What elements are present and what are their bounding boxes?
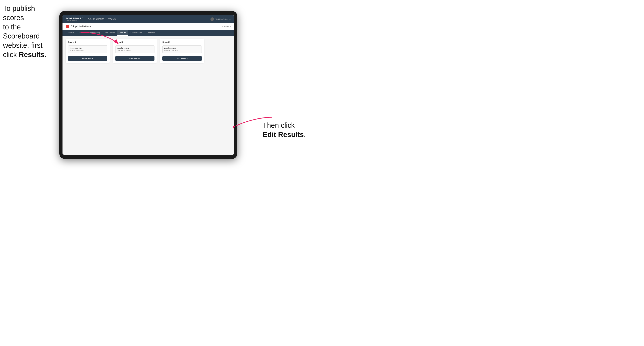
user-avatar	[210, 17, 214, 21]
tab-course-setup[interactable]: Course Setup	[86, 30, 103, 36]
round-2-card: Round 2 Peachtree GC Gold (M) (7010 yds)…	[113, 39, 157, 63]
round-3-title: Round 3	[162, 41, 202, 43]
tab-navigation: Details Teams Course Setup Tee Groups Re…	[62, 30, 234, 36]
round-1-card: Round 1 Peachtree GC Gold (M) (7010 yds)…	[66, 39, 110, 63]
round-2-course-name: Peachtree GC	[117, 47, 153, 49]
tab-printables[interactable]: Printables	[144, 30, 158, 36]
tournament-title-row: C Clippd Invitational	[66, 25, 92, 28]
logo-area: SCOREBOARD Powered by clippd	[66, 17, 83, 21]
round-3-course-name: Peachtree GC	[164, 47, 200, 49]
nav-teams[interactable]: TEAMS	[108, 17, 116, 21]
tournament-header: C Clippd Invitational Cancel ✕	[62, 23, 234, 30]
nav-tournaments[interactable]: TOURNAMENTS	[88, 17, 104, 21]
round-1-course-name: Peachtree GC	[70, 47, 106, 49]
tab-tee-groups[interactable]: Tee Groups	[103, 30, 117, 36]
tab-details[interactable]: Details	[66, 30, 76, 36]
round-2-title: Round 2	[115, 41, 155, 43]
rounds-grid: Round 1 Peachtree GC Gold (M) (7010 yds)…	[66, 39, 204, 63]
tablet-screen: SCOREBOARD Powered by clippd TOURNAMENTS…	[62, 15, 234, 155]
tab-teams[interactable]: Teams	[76, 30, 86, 36]
tablet-device: SCOREBOARD Powered by clippd TOURNAMENTS…	[59, 11, 237, 159]
round-2-course-details: Gold (M) (7010 yds)	[117, 50, 153, 51]
tab-results[interactable]: Results	[117, 30, 128, 36]
top-navigation: SCOREBOARD Powered by clippd TOURNAMENTS…	[62, 15, 234, 23]
nav-links: TOURNAMENTS TEAMS	[88, 17, 210, 21]
user-info: Test User | Sign out	[216, 18, 231, 20]
round-3-course-details: Gold (M) (7010 yds)	[164, 50, 200, 51]
round-1-course-card: Peachtree GC Gold (M) (7010 yds)	[68, 45, 108, 53]
round-1-edit-results-button[interactable]: Edit Results	[68, 56, 108, 61]
main-content: Round 1 Peachtree GC Gold (M) (7010 yds)…	[62, 36, 234, 155]
round-3-card: Round 3 Peachtree GC Gold (M) (7010 yds)…	[160, 39, 204, 63]
tournament-name: Clippd Invitational	[71, 25, 92, 28]
close-icon: ✕	[230, 25, 231, 28]
round-2-course-card: Peachtree GC Gold (M) (7010 yds)	[115, 45, 155, 53]
nav-right: Test User | Sign out	[210, 17, 231, 21]
clippd-icon: C	[66, 25, 69, 28]
round-3-edit-results-button[interactable]: Edit Results	[162, 56, 202, 61]
round-3-course-card: Peachtree GC Gold (M) (7010 yds)	[162, 45, 202, 53]
tab-leaderboards[interactable]: Leaderboards	[128, 30, 144, 36]
round-1-course-details: Gold (M) (7010 yds)	[70, 50, 106, 51]
cancel-button[interactable]: Cancel ✕	[222, 25, 231, 28]
logo-title: SCOREBOARD	[66, 17, 83, 19]
logo-subtitle: Powered by clippd	[66, 19, 83, 21]
instruction-left: To publish scores to the Scoreboard webs…	[3, 4, 56, 59]
round-2-edit-results-button[interactable]: Edit Results	[115, 56, 155, 61]
edit-results-arrow	[234, 113, 273, 131]
round-1-title: Round 1	[68, 41, 108, 43]
